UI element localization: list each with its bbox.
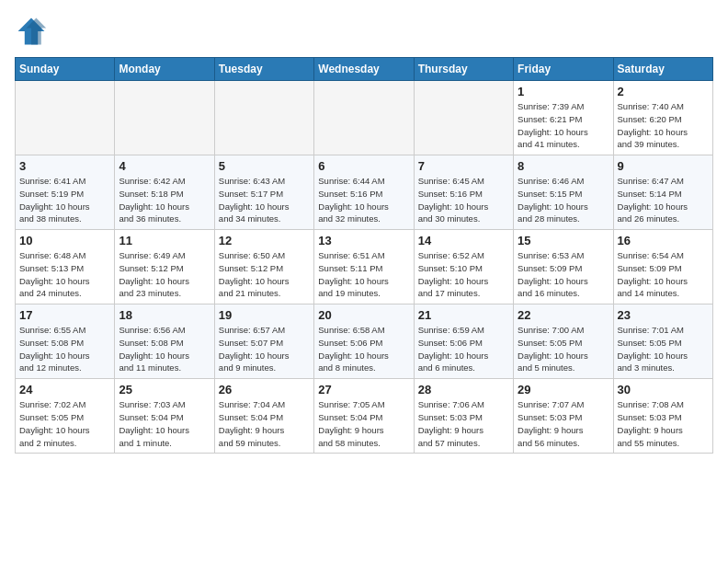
day-number: 12 (219, 234, 310, 247)
day-info: Sunrise: 6:52 AM Sunset: 5:10 PM Dayligh… (418, 249, 509, 300)
day-number: 7 (418, 159, 509, 173)
day-number: 26 (219, 383, 310, 396)
day-number: 13 (318, 234, 409, 247)
day-number: 30 (618, 383, 709, 396)
day-number: 25 (119, 383, 210, 396)
calendar-day-cell: 12Sunrise: 6:50 AM Sunset: 5:12 PM Dayli… (214, 230, 313, 304)
day-info: Sunrise: 7:02 AM Sunset: 5:05 PM Dayligh… (19, 398, 110, 449)
day-number: 8 (518, 159, 609, 173)
header (15, 15, 713, 48)
calendar-day-cell (115, 81, 214, 155)
calendar-day-cell: 30Sunrise: 7:08 AM Sunset: 5:03 PM Dayli… (613, 379, 712, 454)
day-number: 24 (19, 383, 110, 396)
calendar-col-header: Friday (514, 58, 613, 81)
calendar-day-cell (16, 81, 115, 155)
day-number: 3 (19, 159, 110, 173)
day-info: Sunrise: 6:57 AM Sunset: 5:07 PM Dayligh… (219, 324, 310, 374)
calendar-day-cell: 7Sunrise: 6:45 AM Sunset: 5:16 PM Daylig… (414, 155, 513, 230)
calendar-day-cell: 20Sunrise: 6:58 AM Sunset: 5:06 PM Dayli… (314, 304, 414, 379)
day-info: Sunrise: 6:45 AM Sunset: 5:16 PM Dayligh… (418, 175, 509, 225)
day-info: Sunrise: 6:49 AM Sunset: 5:12 PM Dayligh… (119, 249, 210, 300)
calendar-day-cell: 18Sunrise: 6:56 AM Sunset: 5:08 PM Dayli… (115, 304, 214, 379)
day-info: Sunrise: 6:58 AM Sunset: 5:06 PM Dayligh… (318, 324, 409, 374)
calendar-day-cell: 28Sunrise: 7:06 AM Sunset: 5:03 PM Dayli… (414, 379, 513, 454)
day-info: Sunrise: 7:40 AM Sunset: 6:20 PM Dayligh… (618, 100, 709, 151)
calendar-day-cell: 4Sunrise: 6:42 AM Sunset: 5:18 PM Daylig… (115, 155, 214, 230)
calendar-col-header: Thursday (414, 58, 513, 81)
day-info: Sunrise: 6:56 AM Sunset: 5:08 PM Dayligh… (119, 324, 210, 374)
calendar-col-header: Tuesday (214, 58, 313, 81)
calendar-day-cell: 3Sunrise: 6:41 AM Sunset: 5:19 PM Daylig… (16, 155, 115, 230)
day-number: 10 (19, 234, 110, 247)
calendar-week-row: 10Sunrise: 6:48 AM Sunset: 5:13 PM Dayli… (16, 230, 713, 304)
calendar-day-cell (314, 81, 414, 155)
day-number: 23 (618, 308, 709, 322)
day-number: 18 (119, 308, 210, 322)
calendar-day-cell: 9Sunrise: 6:47 AM Sunset: 5:14 PM Daylig… (613, 155, 712, 230)
calendar-day-cell: 6Sunrise: 6:44 AM Sunset: 5:16 PM Daylig… (314, 155, 414, 230)
calendar-day-cell: 16Sunrise: 6:54 AM Sunset: 5:09 PM Dayli… (613, 230, 712, 304)
calendar-day-cell (414, 81, 513, 155)
day-number: 20 (318, 308, 409, 322)
logo (15, 15, 51, 48)
logo-icon (15, 15, 48, 48)
calendar-week-row: 1Sunrise: 7:39 AM Sunset: 6:21 PM Daylig… (16, 81, 713, 155)
day-info: Sunrise: 6:54 AM Sunset: 5:09 PM Dayligh… (618, 249, 709, 300)
day-number: 4 (119, 159, 210, 173)
calendar-col-header: Saturday (613, 58, 712, 81)
day-number: 28 (418, 383, 509, 396)
calendar-day-cell: 22Sunrise: 7:00 AM Sunset: 5:05 PM Dayli… (514, 304, 613, 379)
day-info: Sunrise: 6:55 AM Sunset: 5:08 PM Dayligh… (19, 324, 110, 374)
day-number: 29 (518, 383, 609, 396)
day-info: Sunrise: 7:04 AM Sunset: 5:04 PM Dayligh… (219, 398, 310, 449)
day-number: 6 (318, 159, 409, 173)
calendar-col-header: Wednesday (314, 58, 414, 81)
day-info: Sunrise: 6:47 AM Sunset: 5:14 PM Dayligh… (618, 175, 709, 225)
day-info: Sunrise: 6:51 AM Sunset: 5:11 PM Dayligh… (318, 249, 409, 300)
calendar-week-row: 17Sunrise: 6:55 AM Sunset: 5:08 PM Dayli… (16, 304, 713, 379)
calendar-col-header: Monday (115, 58, 214, 81)
calendar-day-cell: 10Sunrise: 6:48 AM Sunset: 5:13 PM Dayli… (16, 230, 115, 304)
calendar-day-cell: 27Sunrise: 7:05 AM Sunset: 5:04 PM Dayli… (314, 379, 414, 454)
day-info: Sunrise: 6:48 AM Sunset: 5:13 PM Dayligh… (19, 249, 110, 300)
calendar-day-cell: 11Sunrise: 6:49 AM Sunset: 5:12 PM Dayli… (115, 230, 214, 304)
page: SundayMondayTuesdayWednesdayThursdayFrid… (0, 0, 728, 563)
calendar-day-cell: 25Sunrise: 7:03 AM Sunset: 5:04 PM Dayli… (115, 379, 214, 454)
day-number: 17 (19, 308, 110, 322)
day-info: Sunrise: 6:53 AM Sunset: 5:09 PM Dayligh… (518, 249, 609, 300)
day-number: 16 (618, 234, 709, 247)
day-info: Sunrise: 6:50 AM Sunset: 5:12 PM Dayligh… (219, 249, 310, 300)
calendar-week-row: 3Sunrise: 6:41 AM Sunset: 5:19 PM Daylig… (16, 155, 713, 230)
day-number: 22 (518, 308, 609, 322)
calendar-day-cell: 21Sunrise: 6:59 AM Sunset: 5:06 PM Dayli… (414, 304, 513, 379)
day-info: Sunrise: 6:59 AM Sunset: 5:06 PM Dayligh… (418, 324, 509, 374)
day-info: Sunrise: 7:00 AM Sunset: 5:05 PM Dayligh… (518, 324, 609, 374)
day-info: Sunrise: 7:39 AM Sunset: 6:21 PM Dayligh… (518, 100, 609, 151)
calendar-day-cell: 17Sunrise: 6:55 AM Sunset: 5:08 PM Dayli… (16, 304, 115, 379)
day-number: 14 (418, 234, 509, 247)
day-info: Sunrise: 6:44 AM Sunset: 5:16 PM Dayligh… (318, 175, 409, 225)
calendar-day-cell: 5Sunrise: 6:43 AM Sunset: 5:17 PM Daylig… (214, 155, 313, 230)
day-info: Sunrise: 6:42 AM Sunset: 5:18 PM Dayligh… (119, 175, 210, 225)
day-number: 11 (119, 234, 210, 247)
day-number: 15 (518, 234, 609, 247)
calendar-day-cell: 14Sunrise: 6:52 AM Sunset: 5:10 PM Dayli… (414, 230, 513, 304)
day-number: 19 (219, 308, 310, 322)
day-info: Sunrise: 7:06 AM Sunset: 5:03 PM Dayligh… (418, 398, 509, 449)
day-info: Sunrise: 7:08 AM Sunset: 5:03 PM Dayligh… (618, 398, 709, 449)
day-info: Sunrise: 6:41 AM Sunset: 5:19 PM Dayligh… (19, 175, 110, 225)
day-number: 27 (318, 383, 409, 396)
calendar-day-cell: 13Sunrise: 6:51 AM Sunset: 5:11 PM Dayli… (314, 230, 414, 304)
day-info: Sunrise: 7:07 AM Sunset: 5:03 PM Dayligh… (518, 398, 609, 449)
calendar: SundayMondayTuesdayWednesdayThursdayFrid… (15, 57, 713, 454)
calendar-week-row: 24Sunrise: 7:02 AM Sunset: 5:05 PM Dayli… (16, 379, 713, 454)
day-info: Sunrise: 6:46 AM Sunset: 5:15 PM Dayligh… (518, 175, 609, 225)
calendar-header-row: SundayMondayTuesdayWednesdayThursdayFrid… (16, 58, 713, 81)
calendar-day-cell: 23Sunrise: 7:01 AM Sunset: 5:05 PM Dayli… (613, 304, 712, 379)
day-number: 2 (618, 85, 709, 98)
calendar-day-cell (214, 81, 313, 155)
calendar-day-cell: 29Sunrise: 7:07 AM Sunset: 5:03 PM Dayli… (514, 379, 613, 454)
day-number: 21 (418, 308, 509, 322)
calendar-day-cell: 24Sunrise: 7:02 AM Sunset: 5:05 PM Dayli… (16, 379, 115, 454)
day-info: Sunrise: 7:05 AM Sunset: 5:04 PM Dayligh… (318, 398, 409, 449)
